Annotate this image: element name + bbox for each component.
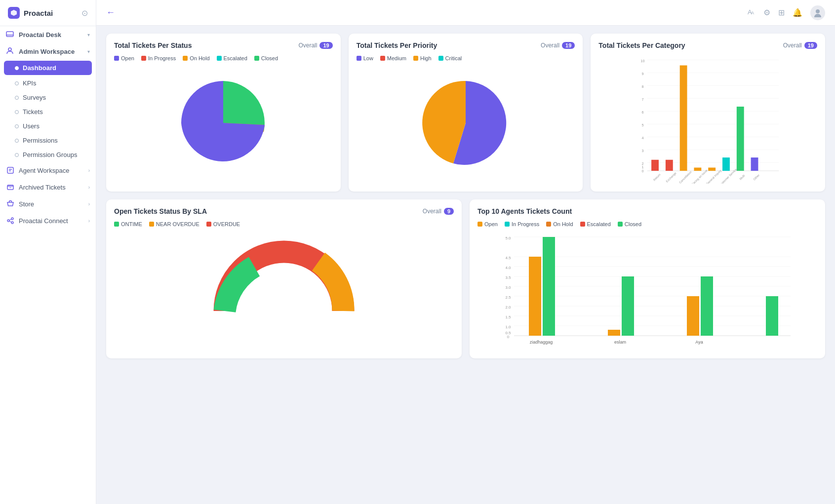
permissions-label: Permissions [23,137,58,144]
svg-marker-0 [11,10,17,16]
topbar: ← AA ⚙ ⊞ 🔔 [96,0,835,26]
sidebar-item-surveys[interactable]: Surveys [0,90,96,105]
admin-icon [6,47,15,56]
sidebar-item-permissions[interactable]: Permissions [0,133,96,148]
svg-text:Aya: Aya [695,340,703,345]
svg-text:3: 3 [642,149,644,153]
svg-rect-41 [694,168,702,171]
chart-category-header: Total Tickets Per Category Overall 19 [598,41,817,49]
svg-rect-76 [543,237,555,336]
sidebar-group-connect[interactable]: Proactai Connect › [0,212,96,229]
chart-category-title: Total Tickets Per Category [598,41,685,49]
chart-category-overall: Overall 19 [783,42,817,49]
agents-legend: Open In Progress On Hold Escalated Close… [477,221,817,227]
kpis-dot [15,81,19,85]
bottom-charts-row: Open Tickets Status By SLA Overall 9 ONT… [106,199,825,358]
svg-text:0: 0 [642,169,644,173]
svg-text:3.5: 3.5 [505,275,511,280]
sla-overall-badge: 9 [444,208,454,215]
svg-rect-43 [722,157,730,171]
desk-icon [6,30,15,39]
svg-rect-42 [709,168,716,171]
svg-text:Multi: Multi [739,174,746,181]
chart-agents-title: Top 10 Agents Tickets Count [477,207,572,215]
svg-text:5: 5 [642,123,644,127]
connect-icon [6,216,15,225]
back-button[interactable]: ← [106,7,115,18]
settings-icon[interactable]: ⚙ [763,8,770,17]
svg-text:2.0: 2.0 [505,305,511,310]
permissions-dot [15,139,19,143]
priority-overall-label: Overall [541,42,559,49]
chart-status-overall: Overall 19 [298,42,332,49]
sidebar-group-admin[interactable]: Admin Workspace ▾ [0,43,96,60]
svg-text:ziadhaggag: ziadhaggag [530,340,553,345]
chart-priority-header: Total Tickets Per Priority Overall 19 [357,41,575,49]
sidebar-group-store[interactable]: Store › [0,195,96,212]
content-area: Total Tickets Per Status Overall 19 Open… [96,26,835,504]
tickets-dot [15,110,19,114]
sidebar-item-kpis[interactable]: KPIs [0,76,96,90]
grid-icon[interactable]: ⊞ [778,8,785,17]
svg-text:9: 9 [642,72,644,76]
priority-legend: Low Medium High Critical [357,55,575,61]
category-bar-area: 10 9 8 7 6 5 4 3 2 1 0 [598,55,817,184]
sla-overall-label: Overall [423,208,441,215]
legend-escalated: Escalated [217,55,247,61]
sidebar-group-desk[interactable]: Proactai Desk ▾ [0,26,96,43]
surveys-dot [15,96,19,100]
connect-label: Proactai Connect [19,217,84,225]
bell-icon[interactable]: 🔔 [793,8,802,17]
svg-rect-4 [7,167,13,173]
priority-overall-badge: 19 [562,42,575,49]
category-overall-label: Overall [783,42,802,49]
pie-status-area [114,66,333,180]
agent-chevron: › [88,168,90,173]
svg-rect-45 [751,157,758,171]
tickets-label: Tickets [23,108,43,116]
svg-text:7: 7 [642,97,644,102]
chart-status-header: Total Tickets Per Status Overall 19 [114,41,333,49]
sidebar-item-permission-groups[interactable]: Permission Groups [0,148,96,162]
archived-chevron: › [88,185,90,190]
chart-sla-status: Open Tickets Status By SLA Overall 9 ONT… [106,199,462,358]
store-chevron: › [88,201,90,207]
svg-line-12 [9,219,11,220]
sidebar-group-archived[interactable]: Archived Tickets › [0,179,96,195]
sidebar-item-users[interactable]: Users [0,119,96,133]
sidebar-item-tickets[interactable]: Tickets [0,105,96,119]
sidebar-group-agent[interactable]: Agent Workspace › [0,162,96,179]
main-area: ← AA ⚙ ⊞ 🔔 Total Tickets Per Status Over… [96,0,835,504]
kpis-label: KPIs [23,79,36,87]
dashboard-label: Dashboard [23,64,56,72]
logo-icon [8,7,20,19]
svg-rect-44 [737,107,744,171]
legend-open: Open [114,55,134,61]
svg-text:1.0: 1.0 [505,325,511,329]
chart-sla-overall: Overall 9 [423,208,454,215]
legend-low: Low [357,55,373,61]
legend-ontime: ONTIME [114,221,142,227]
translate-icon[interactable]: AA [747,7,755,18]
sidebar: Proactai ⊙ Proactai Desk ▾ Admin Workspa… [0,0,96,504]
legend-overdue: OVERDUE [206,221,240,227]
store-label: Store [19,200,84,208]
svg-text:3.0: 3.0 [505,285,511,290]
sla-gauge-area [114,232,454,331]
chart-status-title: Total Tickets Per Status [114,41,192,49]
chart-agents-header: Top 10 Agents Tickets Count [477,207,817,215]
archive-icon [6,183,15,192]
agent-icon [6,166,15,175]
svg-rect-38 [651,160,659,171]
chart-sla-title: Open Tickets Status By SLA [114,207,207,215]
svg-point-9 [7,220,9,222]
sidebar-item-dashboard[interactable]: Dashboard [4,61,92,75]
svg-point-3 [8,48,11,51]
chart-tickets-per-category: Total Tickets Per Category Overall 19 10… [591,34,825,192]
help-icon[interactable]: ⊙ [81,8,88,18]
user-avatar[interactable] [810,5,825,20]
pie-priority-area [357,66,575,180]
chart-tickets-per-priority: Total Tickets Per Priority Overall 19 Lo… [349,34,583,192]
chart-priority-title: Total Tickets Per Priority [357,41,437,49]
svg-text:Exchange: Exchange [666,171,677,183]
